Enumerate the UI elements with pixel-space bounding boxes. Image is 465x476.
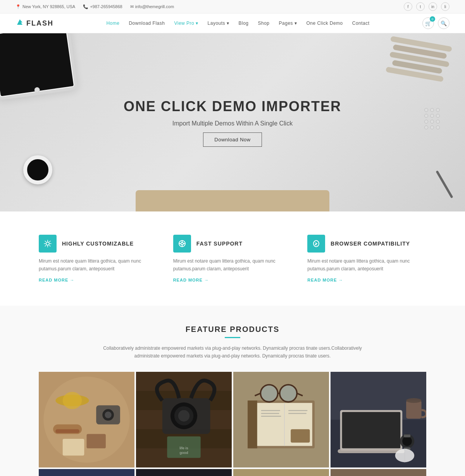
svg-rect-33 bbox=[248, 400, 257, 449]
feature-text-2: Mirum est notare quam littera gothica, q… bbox=[173, 257, 292, 273]
features-section: HIGHLY CUSTOMIZABLE Mirum est notare qua… bbox=[0, 211, 465, 306]
product-item-3[interactable] bbox=[233, 372, 329, 467]
coffee-decoration bbox=[23, 155, 52, 184]
logo-text: FLASH bbox=[26, 19, 53, 27]
read-more-2[interactable]: READ MORE bbox=[173, 278, 292, 282]
svg-point-42 bbox=[280, 385, 297, 402]
product-item-8[interactable] bbox=[331, 469, 426, 476]
laptop-decoration bbox=[136, 190, 329, 211]
svg-rect-95 bbox=[331, 469, 426, 476]
feature-header-1: HIGHLY CUSTOMIZABLE bbox=[39, 235, 158, 253]
location-icon: 📍 bbox=[16, 4, 21, 9]
twitter-icon[interactable]: t bbox=[416, 2, 425, 11]
nav-shop[interactable]: Shop bbox=[254, 18, 274, 28]
location-info: 📍 New York, NY 928865, USA bbox=[16, 4, 75, 9]
main-nav: Home Download Flash View Pro ▾ Layouts ▾… bbox=[102, 18, 373, 28]
cart-badge: 0 bbox=[430, 16, 435, 22]
product-item-2[interactable]: life is good bbox=[136, 372, 232, 467]
instagram-icon[interactable]: in bbox=[429, 2, 437, 11]
social-links: f t in li bbox=[404, 2, 450, 11]
product-item-7[interactable] bbox=[233, 469, 329, 476]
phone-info: 📞 +987-265945868 bbox=[83, 4, 122, 9]
feature-support: FAST SUPPORT Mirum est notare quam litte… bbox=[173, 235, 292, 282]
svg-rect-38 bbox=[261, 416, 281, 416]
nav-view-pro[interactable]: View Pro ▾ bbox=[170, 18, 202, 28]
svg-rect-46 bbox=[291, 429, 310, 443]
feature-text-3: Mirum est notare quam littera gothica, q… bbox=[307, 257, 426, 273]
nav-home[interactable]: Home bbox=[102, 18, 123, 28]
product-image-4 bbox=[331, 372, 426, 467]
product-image-2: life is good bbox=[136, 372, 232, 467]
pearls-decoration bbox=[424, 108, 444, 129]
svg-point-15 bbox=[105, 411, 111, 418]
header: FLASH Home Download Flash View Pro ▾ Lay… bbox=[0, 14, 465, 33]
cart-button[interactable]: 🛒 0 bbox=[422, 17, 434, 29]
feature-browser: BROWSER COMPATIBILITY Mirum est notare q… bbox=[307, 235, 426, 282]
products-section-desc: Collaboratively administrate empowered m… bbox=[101, 344, 364, 360]
nav-blog[interactable]: Blog bbox=[234, 18, 252, 28]
phone-icon: 📞 bbox=[83, 4, 88, 9]
product-image-7 bbox=[233, 469, 329, 476]
phone-text: +987-265945868 bbox=[90, 4, 122, 9]
hero-section: ONE CLICK DEMO IMPORTER Import Multiple … bbox=[0, 33, 465, 211]
logo[interactable]: FLASH bbox=[16, 18, 53, 29]
svg-rect-60 bbox=[39, 469, 134, 476]
nav-download-flash[interactable]: Download Flash bbox=[125, 18, 169, 28]
tablet-decoration bbox=[0, 33, 78, 101]
top-bar-contact: 📍 New York, NY 928865, USA 📞 +987-265945… bbox=[16, 4, 174, 9]
products-section: FEATURE PRODUCTS Collaboratively adminis… bbox=[0, 306, 465, 476]
top-bar: 📍 New York, NY 928865, USA 📞 +987-265945… bbox=[0, 0, 465, 14]
product-item-4[interactable] bbox=[331, 372, 426, 467]
nav-layouts[interactable]: Layouts ▾ bbox=[204, 18, 233, 28]
svg-rect-67 bbox=[136, 469, 232, 476]
download-now-button[interactable]: Download Now bbox=[203, 132, 262, 147]
product-item-5[interactable] bbox=[39, 469, 134, 476]
svg-point-53 bbox=[406, 398, 422, 402]
svg-rect-19 bbox=[136, 372, 232, 391]
read-more-3[interactable]: READ MORE bbox=[307, 278, 426, 282]
nav-contact[interactable]: Contact bbox=[348, 18, 374, 28]
product-image-3 bbox=[233, 372, 329, 467]
product-item-6[interactable] bbox=[136, 469, 232, 476]
svg-rect-16 bbox=[87, 434, 106, 448]
svg-rect-40 bbox=[288, 413, 307, 414]
svg-point-0 bbox=[46, 242, 49, 245]
products-grid: life is good bbox=[39, 372, 426, 476]
linkedin-icon[interactable]: li bbox=[441, 2, 450, 11]
hero-subtitle: Import Multiple Demos Within A Single Cl… bbox=[172, 120, 293, 127]
email-text: info@themegrill.com bbox=[135, 4, 174, 9]
section-underline bbox=[225, 337, 240, 338]
products-section-title: FEATURE PRODUCTS bbox=[39, 325, 426, 334]
svg-rect-56 bbox=[404, 434, 410, 437]
product-image-5 bbox=[39, 469, 134, 476]
email-icon: ✉ bbox=[130, 4, 134, 9]
feature-icon-customizable bbox=[39, 235, 57, 253]
svg-rect-17 bbox=[63, 438, 84, 455]
svg-rect-37 bbox=[261, 413, 279, 414]
logo-icon bbox=[16, 18, 24, 29]
feature-icon-browser bbox=[307, 235, 325, 253]
search-button[interactable]: 🔍 bbox=[438, 17, 450, 29]
feature-text-1: Mirum est notare quam littera gothica, q… bbox=[39, 257, 158, 273]
svg-point-27 bbox=[178, 410, 190, 421]
svg-rect-50 bbox=[342, 412, 401, 448]
read-more-1[interactable]: READ MORE bbox=[39, 278, 158, 282]
product-image-8 bbox=[331, 469, 426, 476]
nav-one-click-demo[interactable]: One Click Demo bbox=[302, 18, 346, 28]
feature-header-2: FAST SUPPORT bbox=[173, 235, 292, 253]
svg-rect-12 bbox=[55, 429, 79, 433]
feature-title-1: HIGHLY CUSTOMIZABLE bbox=[62, 241, 134, 247]
nav-pages[interactable]: Pages ▾ bbox=[275, 18, 301, 28]
svg-point-55 bbox=[402, 436, 412, 446]
feature-title-2: FAST SUPPORT bbox=[196, 241, 243, 247]
header-actions: 🛒 0 🔍 bbox=[422, 17, 450, 29]
svg-text:life is: life is bbox=[179, 446, 188, 450]
hero-title: ONE CLICK DEMO IMPORTER bbox=[124, 98, 341, 115]
email-info: ✉ info@themegrill.com bbox=[130, 4, 174, 9]
feature-header-3: BROWSER COMPATIBILITY bbox=[307, 235, 426, 253]
location-text: New York, NY 928865, USA bbox=[22, 4, 75, 9]
svg-point-10 bbox=[63, 392, 82, 409]
facebook-icon[interactable]: f bbox=[404, 2, 412, 11]
svg-rect-79 bbox=[233, 469, 329, 476]
product-item-1[interactable] bbox=[39, 372, 134, 467]
